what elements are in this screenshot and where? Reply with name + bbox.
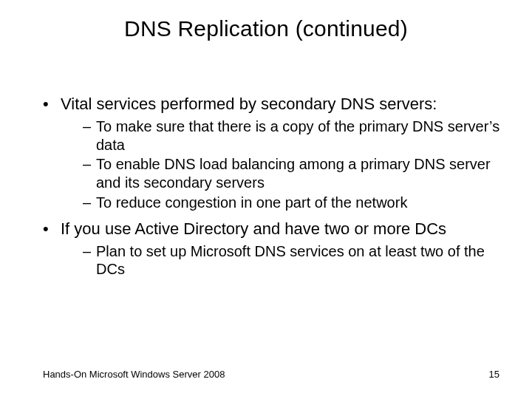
page-number: 15 bbox=[489, 369, 499, 380]
list-item: If you use Active Directory and have two… bbox=[43, 219, 502, 279]
slide: DNS Replication (continued) Vital servic… bbox=[0, 0, 532, 399]
slide-body: Vital services performed by secondary DN… bbox=[43, 95, 502, 286]
list-item: Plan to set up Microsoft DNS services on… bbox=[83, 242, 502, 279]
sub-bullet-text: Plan to set up Microsoft DNS services on… bbox=[96, 243, 485, 278]
list-item: To enable DNS load balancing among a pri… bbox=[83, 155, 502, 192]
bullet-text: Vital services performed by secondary DN… bbox=[61, 95, 437, 113]
list-item: To make sure that there is a copy of the… bbox=[83, 117, 502, 154]
sub-bullet-text: To make sure that there is a copy of the… bbox=[96, 118, 499, 153]
bullet-list: Vital services performed by secondary DN… bbox=[43, 95, 502, 279]
list-item: Vital services performed by secondary DN… bbox=[43, 95, 502, 212]
bullet-text: If you use Active Directory and have two… bbox=[61, 219, 446, 238]
footer-source: Hands-On Microsoft Windows Server 2008 bbox=[43, 369, 225, 380]
sub-bullet-text: To enable DNS load balancing among a pri… bbox=[96, 156, 491, 191]
sub-list: To make sure that there is a copy of the… bbox=[61, 117, 502, 212]
list-item: To reduce congestion in one part of the … bbox=[83, 194, 502, 212]
slide-title: DNS Replication (continued) bbox=[0, 16, 532, 41]
sub-bullet-text: To reduce congestion in one part of the … bbox=[96, 194, 407, 211]
sub-list: Plan to set up Microsoft DNS services on… bbox=[61, 242, 502, 279]
